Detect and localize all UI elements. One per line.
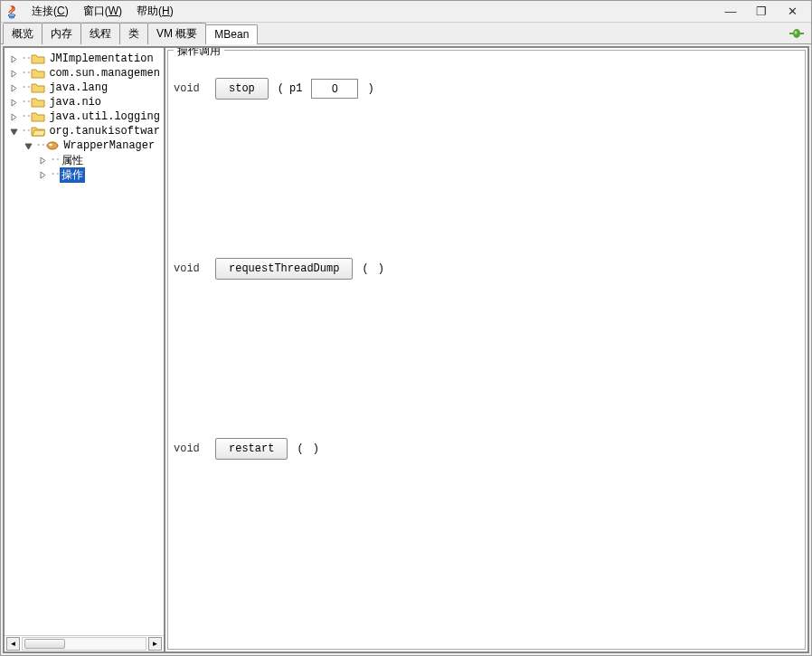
stop-param-input[interactable] [311,79,358,99]
tree-node-attributes[interactable]: ·· 属性 [8,153,164,167]
svg-point-4 [795,31,798,34]
tab-vm-summary[interactable]: VM 概要 [147,23,206,44]
svg-marker-10 [11,129,17,135]
operation-stop-row: void stop ( p1 ) [174,78,799,100]
tree-node-jmimplementation[interactable]: ·· JMImplementation [8,52,164,66]
expand-icon[interactable] [10,70,18,78]
svg-marker-6 [12,71,16,77]
svg-marker-8 [12,100,16,106]
stop-button[interactable]: stop [215,78,269,100]
scroll-left-button[interactable]: ◄ [6,637,20,651]
menu-connect[interactable]: 连接(C) [24,2,76,21]
collapse-icon[interactable] [24,142,33,150]
tree-node-java-util-logging[interactable]: ·· java.util.logging [8,109,164,124]
close-button[interactable]: ✕ [784,5,800,18]
tree-label: org.tanukisoftwar [47,125,161,138]
collapse-icon[interactable] [10,128,18,136]
request-thread-dump-button[interactable]: requestThreadDump [215,258,353,280]
content-area: ·· JMImplementation ·· com.sun.managemen… [3,46,809,653]
tab-classes[interactable]: 类 [119,23,148,44]
tree-label: 属性 [60,153,85,168]
svg-marker-11 [25,144,32,149]
app-window: 连接(C) 窗口(W) 帮助(H) — ❐ ✕ 概览 内存 线程 类 VM 概要… [0,0,812,656]
folder-open-icon [31,125,45,138]
tree-label: java.lang [47,81,109,94]
tab-memory[interactable]: 内存 [42,23,81,44]
connection-indicator-icon [789,28,804,39]
tree-label: 操作 [60,167,85,183]
return-type: void [174,442,206,455]
expand-icon[interactable] [10,113,18,121]
operations-panel: 操作调用 void stop ( p1 ) void requestThread… [167,50,806,650]
expand-icon[interactable] [39,171,47,179]
tree-label: WrapperManager [61,139,156,152]
paren-close: ) [367,82,373,95]
tree-node-java-nio[interactable]: ·· java.nio [8,95,164,109]
minimize-button[interactable]: — [722,5,739,18]
svg-point-1 [9,16,14,18]
tree-horizontal-scrollbar[interactable]: ◄ ► [5,635,164,651]
paren-open: ( [278,82,284,95]
folder-icon [31,67,45,80]
scroll-track[interactable] [22,637,146,651]
svg-point-13 [49,144,52,146]
expand-icon[interactable] [10,84,18,92]
scroll-right-button[interactable]: ► [148,637,162,651]
return-type: void [174,82,206,95]
tree-label: com.sun.managemen [47,67,161,80]
tab-threads[interactable]: 线程 [80,23,120,44]
paren-close: ) [378,262,384,275]
tree-node-java-lang[interactable]: ·· java.lang [8,81,164,95]
menu-window[interactable]: 窗口(W) [76,2,129,21]
maximize-button[interactable]: ❐ [753,5,770,18]
menubar: 连接(C) 窗口(W) 帮助(H) — ❐ ✕ [1,1,811,23]
tab-mbean[interactable]: MBean [205,24,258,44]
scroll-thumb[interactable] [24,639,65,649]
operation-restart-row: void restart ( ) [174,438,799,460]
svg-point-12 [47,142,58,149]
window-controls: — ❐ ✕ [722,5,807,18]
tree-node-org-tanukisoftware[interactable]: ·· org.tanukisoftwar [8,124,164,138]
restart-button[interactable]: restart [215,438,288,460]
operations-title: 操作调用 [174,46,224,59]
folder-icon [31,96,45,109]
tree-label: java.util.logging [47,110,161,123]
expand-icon[interactable] [39,157,47,165]
paren-open: ( [297,442,303,455]
tab-strip: 概览 内存 线程 类 VM 概要 MBean [1,23,811,44]
svg-marker-15 [41,172,45,178]
tree-node-wrapper-manager[interactable]: ·· WrapperManager [8,138,164,153]
paren-close: ) [313,442,319,455]
expand-icon[interactable] [10,99,18,107]
menu-help[interactable]: 帮助(H) [129,2,181,21]
svg-marker-14 [41,157,45,164]
tab-overview[interactable]: 概览 [3,23,42,44]
svg-marker-7 [12,85,16,91]
operations-body: void stop ( p1 ) void requestThreadDump … [168,51,805,465]
folder-icon [31,81,45,94]
svg-marker-9 [12,114,16,120]
mbean-tree[interactable]: ·· JMImplementation ·· com.sun.managemen… [5,48,164,635]
tree-node-com-sun-management[interactable]: ·· com.sun.managemen [8,66,164,81]
java-icon [5,5,19,19]
paren-open: ( [362,262,368,275]
expand-icon[interactable] [10,55,18,63]
mbean-tree-panel: ·· JMImplementation ·· com.sun.managemen… [5,48,165,651]
svg-marker-5 [12,56,16,62]
param-label: p1 [289,82,302,95]
folder-icon [31,52,45,65]
bean-icon [45,139,60,152]
return-type: void [174,262,206,275]
folder-icon [31,110,45,123]
operation-thread-dump-row: void requestThreadDump ( ) [174,258,799,280]
tree-label: JMImplementation [47,52,155,65]
tree-label: java.nio [47,96,103,109]
tree-node-operations[interactable]: ·· 操作 [8,167,164,182]
